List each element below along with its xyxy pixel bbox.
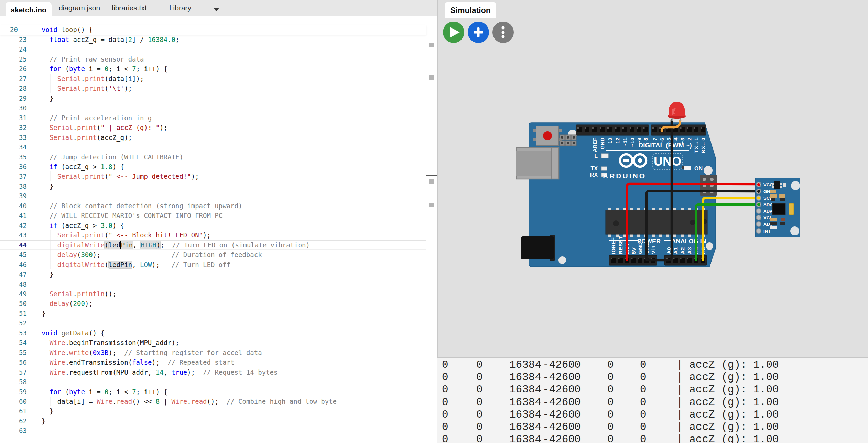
code-line: 55 Wire.write(0x3B); // Starting registe…	[0, 348, 426, 357]
code-line: 26 for (byte i = 0; i < 7; i++) {	[0, 64, 426, 74]
mount-hole	[790, 226, 799, 235]
tab-diagram-json[interactable]: diagram.json	[57, 0, 102, 16]
line-number: 46	[0, 260, 27, 269]
line-number: 25	[0, 54, 27, 64]
pin-label: 8	[643, 137, 649, 141]
line-number: 53	[0, 328, 27, 338]
code-line: 45 delay(300); // Duration of feedback	[0, 250, 426, 259]
line-number: 40	[0, 201, 27, 211]
line-number: 59	[0, 387, 27, 397]
pin-label: ~11	[622, 137, 628, 146]
code-line: 52	[0, 318, 426, 328]
ruler-mark	[429, 75, 434, 80]
code-line: 35 // Jump detection (WILL CALIBRATE)	[0, 152, 426, 162]
text-cursor	[120, 241, 121, 249]
tab-library-manager[interactable]: Library Manager	[158, 0, 203, 16]
line-number: 51	[0, 309, 27, 318]
editor-tab-bar: sketch.ino diagram.json libraries.txt Li…	[0, 0, 437, 16]
pin-label: A2	[680, 247, 685, 254]
reset-button[interactable]	[533, 126, 562, 145]
pin-label: 12	[615, 137, 620, 144]
line-number: 42	[0, 221, 27, 230]
line-number: 38	[0, 181, 27, 191]
code-line: 59 for (byte i = 0; i < 7; i++) {	[0, 387, 426, 397]
serial-monitor[interactable]: 0016384-4260000| accZ (g): 1.000016384-4…	[437, 357, 868, 443]
code-line: 51}	[0, 309, 426, 318]
overview-ruler[interactable]	[426, 16, 437, 443]
tab-label: sketch.ino	[11, 6, 46, 14]
mount-hole	[706, 242, 713, 250]
serial-row: 0016384-4260000| accZ (g): 1.00	[437, 384, 868, 396]
code-editor[interactable]: 23 float accZ_g = data[2] / 16384.0;2425…	[0, 16, 437, 443]
mount-hole	[704, 166, 713, 175]
on-label: ON	[694, 166, 703, 171]
code-line: 47 }	[0, 269, 426, 279]
simulation-tab-label: Simulation	[450, 6, 491, 15]
play-button[interactable]	[443, 22, 464, 43]
line-number: 57	[0, 367, 27, 377]
code-line: 60 data[i] = Wire.read() << 8 | Wire.rea…	[0, 397, 426, 406]
line-number: 49	[0, 289, 27, 299]
silkscreen-line	[606, 150, 689, 151]
line-number: 48	[0, 279, 27, 289]
ruler-mark	[429, 43, 434, 47]
digital-label: DIGITAL (PWM ~)	[639, 142, 692, 149]
chevron-down-icon[interactable]	[213, 8, 219, 11]
line-number: 45	[0, 250, 27, 259]
line-number: 39	[0, 191, 27, 201]
code-line: 37 Serial.print(" <-- Jump detected!");	[0, 171, 426, 181]
on-led-base	[682, 166, 684, 169]
add-part-button[interactable]	[468, 22, 489, 43]
line-number: 37	[0, 171, 27, 181]
code-line: 31 // Print acceleration in g	[0, 113, 426, 123]
tab-label: libraries.txt	[112, 4, 147, 12]
code-line: 56 Wire.endTransmission(false); // Repea…	[0, 357, 426, 367]
mpu6050-module[interactable]: VCCGNDSCLSDAXDAXCLAD0INT	[755, 178, 800, 237]
simulation-panel: Simulation	[437, 0, 868, 357]
line-number: 23	[0, 35, 27, 44]
pin-label: 13	[607, 137, 613, 144]
code-line: 58	[0, 377, 426, 387]
line-number: 47	[0, 269, 27, 279]
line-number: 27	[0, 74, 27, 84]
pin-label: IOREF	[610, 237, 616, 254]
line-number: 35	[0, 152, 27, 162]
line-number: 58	[0, 377, 27, 387]
code-line: 48	[0, 279, 426, 289]
menu-button[interactable]	[492, 22, 514, 43]
tab-libraries-txt[interactable]: libraries.txt	[110, 0, 149, 16]
line-number: 54	[0, 338, 27, 347]
line-number: 26	[0, 64, 27, 74]
line-number: 63	[0, 426, 27, 435]
pin-label: A1	[673, 247, 679, 254]
serial-row: 0016384-4260000| accZ (g): 1.00	[437, 409, 868, 421]
atmega-chip	[606, 208, 707, 237]
pin-label: TX→1	[693, 137, 699, 153]
silkscreen-line	[609, 240, 638, 241]
pin-label: ~10	[629, 137, 635, 147]
line-number: 31	[0, 113, 27, 123]
pin-label: 5V	[631, 247, 637, 254]
ruler-mark	[429, 203, 434, 207]
pin-label: Vin	[650, 245, 656, 254]
code-line: 30	[0, 103, 426, 113]
barrel-jack	[521, 235, 555, 261]
led-rx-label: RX	[590, 172, 598, 178]
tab-simulation[interactable]: Simulation	[445, 2, 496, 18]
kebab-menu-icon	[502, 26, 505, 38]
code-line: 44 digitalWrite(ledPin, HIGH); // Turn L…	[0, 240, 426, 250]
code-line: 27 Serial.print(data[i]);	[0, 74, 426, 84]
pin-label: GND	[599, 137, 605, 149]
line-number: 36	[0, 162, 27, 171]
line-number: 24	[0, 44, 27, 54]
code-line: 28 Serial.print('\t');	[0, 84, 426, 93]
serial-row: 0016384-4260000| accZ (g): 1.00	[437, 396, 868, 409]
pin-label: RX←0	[700, 137, 706, 153]
code-line: 25 // Print raw sensor data	[0, 54, 426, 64]
line-number: 60	[0, 397, 27, 406]
red-led[interactable]	[668, 102, 686, 121]
icsp-header	[700, 175, 717, 196]
ruler-mark	[429, 179, 434, 184]
arduino-uno-board[interactable]: AREFGND1312~11~10~987~6~54~32TX→1RX←0IOR…	[516, 123, 717, 267]
led-l-label: L	[594, 153, 598, 159]
